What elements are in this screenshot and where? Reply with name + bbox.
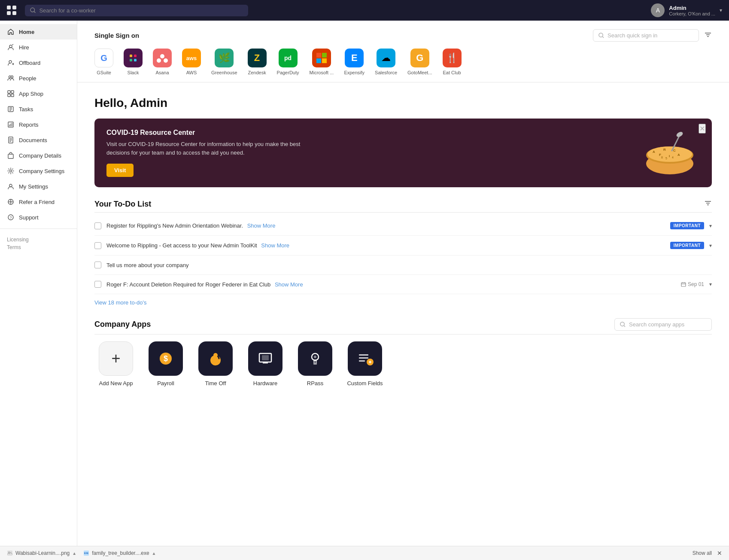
sso-app-greenhouse[interactable]: 🌿 Greenhouse	[211, 49, 237, 75]
svg-rect-2	[7, 11, 11, 15]
main-layout: Home Hire Offboard People App Shop	[0, 21, 729, 546]
todo-checkbox-4[interactable]	[94, 281, 101, 288]
sidebar-item-documents[interactable]: Documents	[0, 132, 77, 148]
sidebar-item-label: People	[19, 75, 36, 82]
app-card-custom-fields[interactable]: Custom Fields	[343, 341, 386, 387]
sso-app-pagerduty[interactable]: pd PagerDuty	[277, 49, 299, 75]
view-more-todos[interactable]: View 18 more to-do's	[94, 299, 146, 306]
terms-link[interactable]: Terms	[7, 243, 70, 251]
show-all-downloads[interactable]: Show all	[693, 550, 712, 556]
content-area: Single Sign on	[77, 21, 729, 546]
apps-header: Company Apps	[94, 318, 712, 331]
todo-show-more-1[interactable]: Show More	[247, 222, 276, 229]
covid-visit-button[interactable]: Visit	[106, 164, 134, 177]
app-card-time-off[interactable]: Time Off	[194, 341, 237, 387]
svg-rect-89	[359, 360, 365, 362]
download-file-2: EXE family_tree_builder....exe ▲	[83, 550, 156, 556]
slack-icon	[124, 49, 143, 67]
sidebar-item-hire[interactable]: Hire	[0, 40, 77, 55]
sso-app-zendesk[interactable]: Z Zendesk	[248, 49, 267, 75]
file-2-chevron[interactable]: ▲	[152, 551, 156, 556]
sso-app-aws[interactable]: aws AWS	[182, 49, 201, 75]
svg-text:A: A	[653, 150, 655, 154]
slack-label: Slack	[128, 70, 139, 75]
svg-rect-88	[359, 357, 368, 359]
todo-expand-1[interactable]: ▾	[709, 223, 712, 229]
todo-filter-icon[interactable]	[704, 199, 712, 209]
file-1-chevron[interactable]: ▲	[72, 551, 76, 556]
user-menu-chevron[interactable]: ▾	[720, 7, 722, 13]
sidebar-item-label: Offboard	[19, 60, 40, 66]
app-logo	[7, 6, 16, 15]
app-card-add-new[interactable]: + Add New App	[94, 341, 137, 387]
microsoft-icon	[312, 49, 331, 67]
svg-rect-14	[8, 91, 10, 93]
sso-app-microsoft[interactable]: Microsoft ...	[310, 49, 334, 75]
apps-search[interactable]	[614, 318, 712, 331]
svg-rect-49	[322, 53, 327, 58]
sidebar-item-refer[interactable]: Refer a Friend	[0, 194, 77, 210]
custom-fields-app-icon	[348, 341, 382, 376]
sso-app-gotomeet[interactable]: G GotoMeet...	[407, 49, 432, 75]
apps-search-input[interactable]	[629, 321, 706, 328]
sidebar-item-company-settings[interactable]: Company Settings	[0, 163, 77, 179]
sidebar-item-label: Support	[19, 214, 39, 221]
sso-search[interactable]	[593, 29, 699, 42]
sso-app-expensify[interactable]: E Expensify	[344, 49, 364, 75]
sidebar-item-company-details[interactable]: Company Details	[0, 148, 77, 163]
sso-app-asana[interactable]: Asana	[153, 49, 172, 75]
coworker-search-input[interactable]	[39, 7, 243, 14]
sidebar-divider	[0, 228, 77, 229]
covid-banner: COVID-19 Resource Center Visit our COVID…	[94, 119, 712, 187]
company-apps-section: Company Apps + Add New App	[77, 306, 729, 395]
bottombar-close-button[interactable]: ✕	[717, 550, 722, 557]
sso-app-slack[interactable]: Slack	[124, 49, 143, 75]
hello-title: Hello, Admin	[94, 96, 712, 110]
sidebar-item-people[interactable]: People	[0, 70, 77, 86]
sidebar-item-support[interactable]: ? Support	[0, 210, 77, 225]
sso-app-gsuite[interactable]: G GSuite	[94, 49, 113, 75]
svg-rect-17	[11, 94, 14, 97]
sso-filter-icon[interactable]	[704, 31, 712, 40]
sidebar-item-offboard[interactable]: Offboard	[0, 55, 77, 70]
image-file-icon	[7, 550, 13, 556]
svg-point-45	[160, 54, 164, 58]
sso-search-input[interactable]	[608, 32, 693, 39]
microsoft-label: Microsoft ...	[310, 70, 334, 75]
sso-app-eatclub[interactable]: 🍴 Eat Club	[443, 49, 462, 75]
todo-show-more-4[interactable]: Show More	[275, 281, 303, 288]
appshop-icon	[7, 90, 15, 97]
svg-text:A: A	[677, 153, 680, 157]
licensing-link[interactable]: Licensing	[7, 236, 70, 243]
topbar: A Admin Corkery, O'Kon and ... ▾	[0, 0, 729, 21]
todo-show-more-2[interactable]: Show More	[261, 242, 289, 249]
todo-checkbox-2[interactable]	[94, 242, 101, 249]
app-card-payroll[interactable]: $ Payroll	[144, 341, 187, 387]
pagerduty-icon: pd	[279, 49, 298, 67]
svg-line-7	[12, 44, 13, 45]
svg-rect-42	[130, 59, 132, 61]
svg-rect-0	[7, 6, 11, 9]
todo-expand-2[interactable]: ▾	[709, 243, 712, 249]
svg-rect-3	[12, 11, 16, 15]
sidebar-item-reports[interactable]: Reports	[0, 117, 77, 132]
svg-text:$: $	[164, 354, 168, 363]
svg-point-94	[9, 552, 10, 553]
sidebar-item-my-settings[interactable]: My Settings	[0, 179, 77, 194]
covid-close-button[interactable]: ✕	[699, 124, 706, 134]
payroll-app-label: Payroll	[157, 380, 174, 387]
todo-expand-4[interactable]: ▾	[709, 281, 712, 287]
pagerduty-label: PagerDuty	[277, 70, 299, 75]
sso-section: Single Sign on	[77, 21, 729, 82]
app-card-hardware[interactable]: Hardware	[244, 341, 287, 387]
svg-rect-43	[134, 55, 137, 57]
company-settings-icon	[7, 167, 15, 175]
coworker-search[interactable]	[25, 5, 248, 16]
todo-checkbox-3[interactable]	[94, 262, 101, 268]
sidebar-item-tasks[interactable]: Tasks	[0, 101, 77, 117]
sidebar-item-home[interactable]: Home	[0, 24, 77, 40]
sso-app-salesforce[interactable]: ☁ Salesforce	[375, 49, 397, 75]
sidebar-item-app-shop[interactable]: App Shop	[0, 86, 77, 101]
app-card-rpass[interactable]: RPass	[294, 341, 337, 387]
todo-checkbox-1[interactable]	[94, 222, 101, 229]
